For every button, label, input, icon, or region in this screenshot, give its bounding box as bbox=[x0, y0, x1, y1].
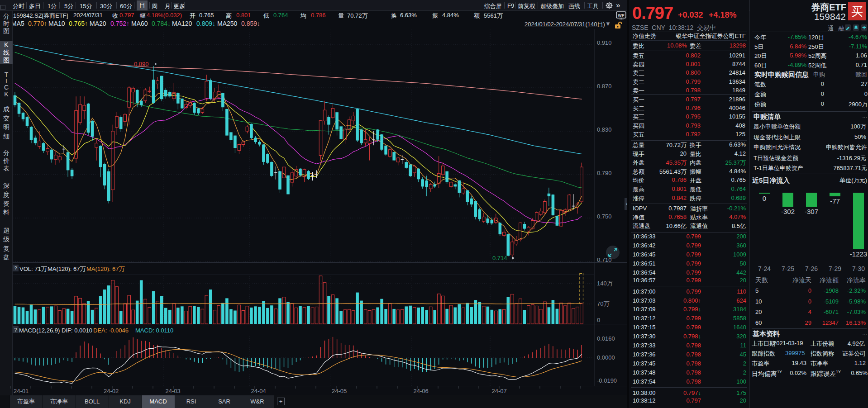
svg-text:MACD(12,26,9): MACD(12,26,9) bbox=[19, 327, 60, 334]
svg-text:70万: 70万 bbox=[597, 300, 609, 307]
svg-text:MACD: 0.0110: MACD: 0.0110 bbox=[135, 327, 173, 334]
svg-text:MA(120): 67万: MA(120): 67万 bbox=[48, 266, 86, 272]
svg-text:24-05: 24-05 bbox=[332, 388, 347, 394]
svg-text:?: ? bbox=[14, 327, 17, 332]
svg-text:0.830: 0.830 bbox=[597, 126, 612, 133]
svg-text:24-07: 24-07 bbox=[492, 388, 507, 394]
svg-text:MA(120): 67万: MA(120): 67万 bbox=[86, 266, 125, 272]
svg-text:24-04: 24-04 bbox=[251, 388, 266, 394]
svg-text:0.710: 0.710 bbox=[597, 256, 612, 263]
svg-text:-307: -307 bbox=[805, 208, 818, 215]
svg-text:24-02: 24-02 bbox=[104, 388, 119, 394]
svg-text:-0.0190: -0.0190 bbox=[597, 377, 617, 384]
svg-text:0.0160: 0.0160 bbox=[597, 335, 615, 342]
svg-text:24-06: 24-06 bbox=[414, 388, 429, 394]
svg-text:DEA: -0.0046: DEA: -0.0046 bbox=[93, 327, 129, 334]
svg-text:?: ? bbox=[14, 266, 17, 271]
svg-text:24-03: 24-03 bbox=[166, 388, 181, 394]
svg-text:0: 0 bbox=[597, 317, 600, 323]
svg-text:0.890: 0.890 bbox=[134, 61, 149, 67]
svg-text:0.910: 0.910 bbox=[597, 39, 612, 46]
svg-text:-77: -77 bbox=[830, 197, 840, 205]
svg-text:DIF: 0.0010: DIF: 0.0010 bbox=[62, 327, 92, 334]
svg-text:-1223: -1223 bbox=[850, 250, 867, 258]
svg-text:24-01: 24-01 bbox=[14, 388, 29, 394]
svg-text:0.790: 0.790 bbox=[597, 170, 612, 176]
svg-text:-302: -302 bbox=[781, 208, 795, 215]
svg-text:0.750: 0.750 bbox=[597, 213, 612, 220]
svg-text:VOL: 71万: VOL: 71万 bbox=[19, 266, 47, 272]
svg-text:0.870: 0.870 bbox=[597, 83, 612, 90]
svg-text:0.714: 0.714 bbox=[492, 255, 507, 261]
svg-text:140万: 140万 bbox=[597, 280, 613, 287]
svg-text:0.0000: 0.0000 bbox=[597, 354, 615, 361]
svg-text:0: 0 bbox=[763, 195, 766, 202]
